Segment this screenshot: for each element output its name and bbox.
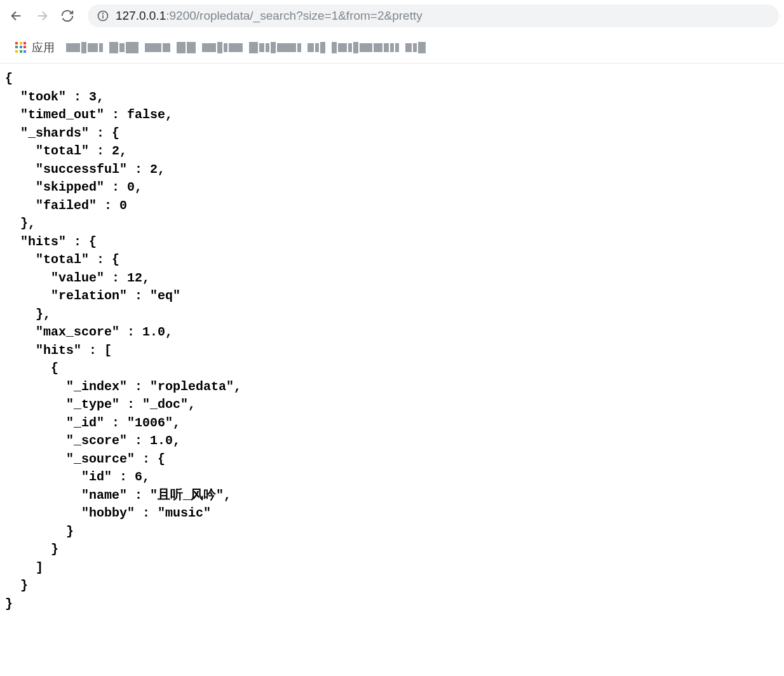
bookmark-item[interactable] — [308, 42, 325, 53]
address-bar[interactable]: 127.0.0.1:9200/ropledata/_search?size=1&… — [88, 4, 779, 27]
arrow-right-icon — [35, 9, 49, 23]
shards-skipped: 0 — [127, 180, 135, 194]
shards-failed: 0 — [119, 198, 127, 213]
apps-icon — [15, 42, 27, 53]
forward-button[interactable] — [30, 4, 53, 27]
timed-out-value: false — [127, 107, 165, 122]
reload-icon — [60, 9, 74, 23]
bookmark-item[interactable] — [249, 42, 301, 53]
source-id: 6 — [135, 470, 142, 484]
json-response: { "took" : 3, "timed_out" : false, "_sha… — [0, 64, 784, 619]
bookmark-item[interactable] — [145, 43, 170, 52]
shards-successful: 2 — [150, 162, 158, 177]
bookmark-item[interactable] — [202, 42, 243, 53]
apps-button[interactable]: 应用 — [10, 37, 60, 58]
bookmark-item[interactable] — [332, 42, 399, 53]
browser-toolbar: 127.0.0.1:9200/ropledata/_search?size=1&… — [0, 0, 784, 32]
bookmark-item[interactable] — [66, 42, 103, 53]
hit-id: 1006 — [135, 416, 165, 430]
bookmark-item[interactable] — [405, 42, 426, 53]
back-button[interactable] — [5, 4, 28, 27]
hit-type: _doc — [150, 397, 180, 412]
bookmark-item[interactable] — [177, 42, 196, 53]
info-icon — [97, 10, 109, 22]
source-hobby: music — [165, 506, 203, 520]
shards-total: 2 — [112, 144, 119, 158]
apps-label: 应用 — [32, 40, 55, 55]
url-path: :9200/ropledata/_search?size=1&from=2&pr… — [166, 9, 422, 23]
source-name: 且听_风吟 — [158, 488, 216, 503]
bookmarks-bar: 应用 — [0, 32, 784, 64]
url-host: 127.0.0.1 — [116, 9, 166, 23]
hits-total-value: 12 — [127, 271, 142, 285]
hits-max-score: 1.0 — [142, 325, 165, 339]
hit-score: 1.0 — [150, 433, 173, 448]
reload-button[interactable] — [56, 4, 79, 27]
bookmark-item[interactable] — [109, 42, 139, 53]
took-value: 3 — [89, 90, 97, 104]
arrow-left-icon — [10, 9, 24, 23]
svg-point-2 — [103, 13, 104, 14]
hits-total-relation: eq — [158, 288, 173, 303]
hit-index: ropledata — [158, 379, 226, 394]
